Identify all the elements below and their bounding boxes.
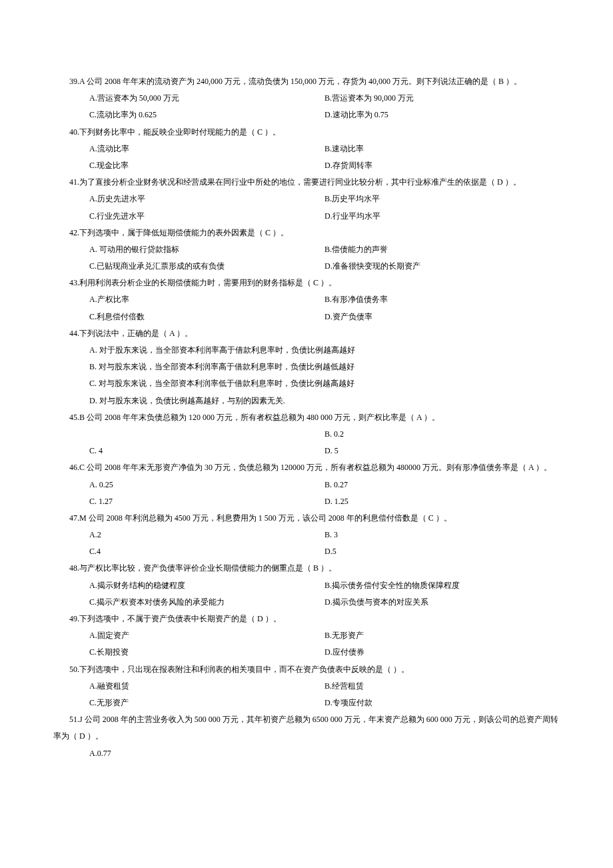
- options-row: C.揭示产权资本对债务风险的承受能力 D.揭示负债与资本的对应关系: [89, 594, 560, 611]
- question-49: 49.下列选项中，不属于资产负债表中长期资产的是（ D ）。 A.固定资产 B.…: [53, 611, 560, 661]
- question-stem: 47.M 公司 2008 年利润总额为 4500 万元，利息费用为 1 500 …: [53, 510, 560, 527]
- options-block: A.产权比率 B.有形净值债务率 C.利息偿付倍数 D.资产负债率: [53, 291, 560, 325]
- options-row: C.长期投资 D.应付债券: [89, 644, 560, 661]
- option-b: B.营运资本为 90,000 万元: [324, 90, 560, 107]
- options-block: A.营运资本为 50,000 万元 B.营运资本为 90,000 万元 C.流动…: [53, 90, 560, 123]
- option-b: B.偿债能力的声誉: [324, 241, 560, 258]
- options-row: C. 1.27 D. 1.25: [89, 493, 560, 510]
- option-c: C.利息偿付倍数: [89, 309, 324, 325]
- options-block: A.固定资产 B.无形资产 C.长期投资 D.应付债券: [53, 627, 560, 661]
- option-d: D.专项应付款: [324, 695, 560, 711]
- options-row: A.融资租赁 B.经营租赁: [89, 678, 560, 695]
- option-b: B.无形资产: [324, 627, 560, 644]
- question-stem: 50.下列选项中，只出现在报表附注和利润表的相关项目中，而不在资产负债表中反映的…: [53, 661, 560, 678]
- option-c: C.已贴现商业承兑汇票形成的或有负债: [89, 258, 324, 275]
- option-a: A.2: [89, 527, 324, 543]
- options-block: A.历史先进水平 B.历史平均水平 C.行业先进水平 D.行业平均水平: [53, 191, 560, 224]
- options-row: C.已贴现商业承兑汇票形成的或有负债 D.准备很快变现的长期资产: [89, 258, 560, 275]
- options-row: A.历史先进水平 B.历史平均水平: [89, 191, 560, 207]
- option-b: B.有形净值债务率: [324, 291, 560, 308]
- question-48: 48.与产权比率比较，资产负债率评价企业长期偿债能力的侧重点是（ B ）。 A.…: [53, 560, 560, 611]
- options-row: A. 0.25 B. 0.27: [89, 477, 560, 493]
- option-c: C.无形资产: [89, 695, 324, 711]
- option-c: C.揭示产权资本对债务风险的承受能力: [89, 594, 324, 611]
- option-a: A.流动比率: [89, 141, 324, 157]
- question-39: 39.A 公司 2008 年年末的流动资产为 240,000 万元，流动负债为 …: [53, 73, 560, 124]
- option-c: C.现金比率: [89, 157, 324, 174]
- options-row: A.产权比率 B.有形净值债务率: [89, 291, 560, 308]
- option-d: D.存货周转率: [324, 157, 560, 174]
- options-block: B. 0.2 C. 4 D. 5: [53, 426, 560, 459]
- option-d: D. 5: [324, 443, 560, 459]
- option-a: A.0.77: [89, 745, 560, 762]
- options-row: C.现金比率 D.存货周转率: [89, 157, 560, 174]
- option-a: [89, 426, 324, 443]
- options-block: A.2 B. 3 C.4 D.5: [53, 527, 560, 560]
- question-43: 43.利用利润表分析企业的长期偿债能力时，需要用到的财务指标是（ C ）。 A.…: [53, 275, 560, 325]
- options-row: C.无形资产 D.专项应付款: [89, 695, 560, 711]
- options-block: A. 对于股东来说，当全部资本利润率高于借款利息率时，负债比例越高越好 B. 对…: [53, 342, 560, 409]
- option-b: B.历史平均水平: [324, 191, 560, 207]
- question-stem: 49.下列选项中，不属于资产负债表中长期资产的是（ D ）。: [53, 611, 560, 627]
- question-45: 45.B 公司 2008 年年末负债总额为 120 000 万元，所有者权益总额…: [53, 409, 560, 460]
- question-46: 46.C 公司 2008 年年末无形资产净值为 30 万元，负债总额为 1200…: [53, 459, 560, 510]
- question-41: 41.为了直接分析企业财务状况和经营成果在同行业中所处的地位，需要进行同业比较分…: [53, 174, 560, 225]
- option-c: C. 1.27: [89, 493, 324, 510]
- question-stem: 43.利用利润表分析企业的长期偿债能力时，需要用到的财务指标是（ C ）。: [53, 275, 560, 291]
- options-row: B. 0.2: [89, 426, 560, 443]
- question-stem: 51.J 公司 2008 年的主营业务收入为 500 000 万元，其年初资产总…: [53, 711, 560, 745]
- question-stem: 48.与产权比率比较，资产负债率评价企业长期偿债能力的侧重点是（ B ）。: [53, 560, 560, 577]
- options-row: A.2 B. 3: [89, 527, 560, 543]
- question-40: 40.下列财务比率中，能反映企业即时付现能力的是（ C ）。 A.流动比率 B.…: [53, 124, 560, 175]
- question-stem: 46.C 公司 2008 年年末无形资产净值为 30 万元，负债总额为 1200…: [53, 459, 560, 476]
- option-a: A.产权比率: [89, 291, 324, 308]
- options-row: C.4 D.5: [89, 543, 560, 560]
- question-stem: 41.为了直接分析企业财务状况和经营成果在同行业中所处的地位，需要进行同业比较分…: [53, 174, 560, 191]
- question-51: 51.J 公司 2008 年的主营业务收入为 500 000 万元，其年初资产总…: [53, 711, 560, 762]
- option-a: A. 可动用的银行贷款指标: [89, 241, 324, 258]
- question-stem: 39.A 公司 2008 年年末的流动资产为 240,000 万元，流动负债为 …: [53, 73, 560, 90]
- question-44: 44.下列说法中，正确的是（ A ）。 A. 对于股东来说，当全部资本利润率高于…: [53, 325, 560, 409]
- question-stem: 42.下列选项中，属于降低短期偿债能力的表外因素是（ C ）。: [53, 225, 560, 241]
- option-c: C. 对与股东来说，当全部资本利润率低于借款利息率时，负债比例越高越好: [89, 375, 560, 392]
- question-stem: 45.B 公司 2008 年年末负债总额为 120 000 万元，所有者权益总额…: [53, 409, 560, 426]
- options-row: A.固定资产 B.无形资产: [89, 627, 560, 644]
- options-row: A.营运资本为 50,000 万元 B.营运资本为 90,000 万元: [89, 90, 560, 107]
- options-block: A.流动比率 B.速动比率 C.现金比率 D.存货周转率: [53, 141, 560, 174]
- option-a: A.营运资本为 50,000 万元: [89, 90, 324, 107]
- option-d: D.行业平均水平: [324, 208, 560, 225]
- option-d: D.5: [324, 543, 560, 560]
- question-stem: 40.下列财务比率中，能反映企业即时付现能力的是（ C ）。: [53, 124, 560, 141]
- option-a: A.历史先进水平: [89, 191, 324, 207]
- option-b: B. 0.2: [324, 426, 560, 443]
- option-a: A. 0.25: [89, 477, 324, 493]
- option-d: D.准备很快变现的长期资产: [324, 258, 560, 275]
- question-50: 50.下列选项中，只出现在报表附注和利润表的相关项目中，而不在资产负债表中反映的…: [53, 661, 560, 712]
- option-c: C.长期投资: [89, 644, 324, 661]
- options-block: A. 0.25 B. 0.27 C. 1.27 D. 1.25: [53, 477, 560, 510]
- options-block: A.融资租赁 B.经营租赁 C.无形资产 D.专项应付款: [53, 678, 560, 711]
- page: 39.A 公司 2008 年年末的流动资产为 240,000 万元，流动负债为 …: [0, 0, 613, 868]
- option-a: A.固定资产: [89, 627, 324, 644]
- question-42: 42.下列选项中，属于降低短期偿债能力的表外因素是（ C ）。 A. 可动用的银…: [53, 225, 560, 275]
- option-a: A. 对于股东来说，当全部资本利润率高于借款利息率时，负债比例越高越好: [89, 342, 560, 359]
- option-c: C.4: [89, 543, 324, 560]
- option-a: A.揭示财务结构的稳健程度: [89, 577, 324, 594]
- option-d: D.速动比率为 0.75: [324, 107, 560, 123]
- option-d: D. 对与股东来说，负债比例越高越好，与别的因素无关.: [89, 393, 560, 409]
- question-stem: 44.下列说法中，正确的是（ A ）。: [53, 325, 560, 342]
- option-a: A.融资租赁: [89, 678, 324, 695]
- options-row: C.利息偿付倍数 D.资产负债率: [89, 309, 560, 325]
- question-47: 47.M 公司 2008 年利润总额为 4500 万元，利息费用为 1 500 …: [53, 510, 560, 561]
- option-d: D. 1.25: [324, 493, 560, 510]
- options-row: A.流动比率 B.速动比率: [89, 141, 560, 157]
- option-d: D.揭示负债与资本的对应关系: [324, 594, 560, 611]
- option-b: B. 0.27: [324, 477, 560, 493]
- options-block: A.揭示财务结构的稳健程度 B.揭示债务偿付安全性的物质保障程度 C.揭示产权资…: [53, 577, 560, 611]
- options-row: A.揭示财务结构的稳健程度 B.揭示债务偿付安全性的物质保障程度: [89, 577, 560, 594]
- option-c: C. 4: [89, 443, 324, 459]
- options-block: A.0.77: [53, 745, 560, 762]
- option-b: B.经营租赁: [324, 678, 560, 695]
- options-row: C. 4 D. 5: [89, 443, 560, 459]
- options-block: A. 可动用的银行贷款指标 B.偿债能力的声誉 C.已贴现商业承兑汇票形成的或有…: [53, 241, 560, 275]
